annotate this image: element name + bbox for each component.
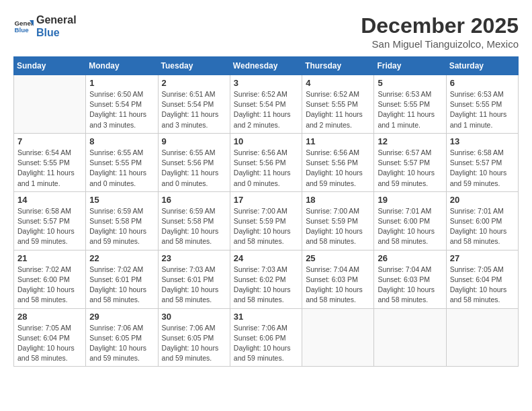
calendar-cell: 7Sunrise: 6:54 AMSunset: 5:55 PMDaylight… bbox=[14, 133, 86, 191]
calendar-cell: 6Sunrise: 6:53 AMSunset: 5:55 PMDaylight… bbox=[446, 75, 518, 134]
day-number: 2 bbox=[162, 78, 226, 88]
calendar-cell: 22Sunrise: 7:02 AMSunset: 6:01 PMDayligh… bbox=[86, 250, 158, 308]
header-row: Sunday Monday Tuesday Wednesday Thursday… bbox=[14, 57, 519, 75]
calendar-body: 1Sunrise: 6:50 AMSunset: 5:54 PMDaylight… bbox=[14, 75, 519, 367]
calendar-title: December 2025 bbox=[361, 13, 519, 38]
day-info: Sunrise: 6:51 AMSunset: 5:54 PMDaylight:… bbox=[162, 89, 226, 130]
header-wednesday: Wednesday bbox=[230, 57, 302, 75]
day-number: 20 bbox=[450, 195, 515, 205]
day-number: 24 bbox=[234, 253, 298, 263]
calendar-cell: 4Sunrise: 6:52 AMSunset: 5:55 PMDaylight… bbox=[302, 75, 374, 134]
day-number: 26 bbox=[378, 253, 442, 263]
day-info: Sunrise: 6:53 AMSunset: 5:55 PMDaylight:… bbox=[450, 89, 515, 130]
header-saturday: Saturday bbox=[446, 57, 518, 75]
calendar-cell: 26Sunrise: 7:04 AMSunset: 6:03 PMDayligh… bbox=[374, 250, 446, 308]
day-number: 17 bbox=[234, 195, 298, 205]
day-info: Sunrise: 7:03 AMSunset: 6:02 PMDaylight:… bbox=[234, 265, 298, 306]
day-number: 14 bbox=[17, 195, 82, 205]
calendar-cell: 13Sunrise: 6:58 AMSunset: 5:57 PMDayligh… bbox=[446, 133, 518, 191]
logo-line1: General bbox=[36, 13, 77, 26]
calendar-cell: 14Sunrise: 6:58 AMSunset: 5:57 PMDayligh… bbox=[14, 191, 86, 250]
day-info: Sunrise: 7:00 AMSunset: 5:59 PMDaylight:… bbox=[234, 206, 298, 247]
day-number: 7 bbox=[17, 136, 82, 146]
header-sunday: Sunday bbox=[14, 57, 86, 75]
day-number: 30 bbox=[162, 312, 226, 322]
day-info: Sunrise: 6:52 AMSunset: 5:54 PMDaylight:… bbox=[234, 89, 298, 130]
header-tuesday: Tuesday bbox=[158, 57, 230, 75]
calendar-week-1: 1Sunrise: 6:50 AMSunset: 5:54 PMDaylight… bbox=[14, 75, 519, 134]
calendar-week-2: 7Sunrise: 6:54 AMSunset: 5:55 PMDaylight… bbox=[14, 133, 519, 191]
calendar-week-4: 21Sunrise: 7:02 AMSunset: 6:00 PMDayligh… bbox=[14, 250, 519, 308]
day-info: Sunrise: 7:03 AMSunset: 6:01 PMDaylight:… bbox=[162, 265, 226, 306]
day-number: 31 bbox=[234, 312, 298, 322]
day-number: 25 bbox=[306, 253, 370, 263]
day-info: Sunrise: 6:59 AMSunset: 5:58 PMDaylight:… bbox=[89, 206, 154, 247]
day-number: 22 bbox=[89, 253, 154, 263]
calendar-cell: 12Sunrise: 6:57 AMSunset: 5:57 PMDayligh… bbox=[374, 133, 446, 191]
calendar-week-3: 14Sunrise: 6:58 AMSunset: 5:57 PMDayligh… bbox=[14, 191, 519, 250]
calendar-header: Sunday Monday Tuesday Wednesday Thursday… bbox=[14, 57, 519, 75]
day-info: Sunrise: 6:58 AMSunset: 5:57 PMDaylight:… bbox=[17, 206, 82, 247]
day-info: Sunrise: 6:50 AMSunset: 5:54 PMDaylight:… bbox=[89, 89, 154, 130]
calendar-cell: 16Sunrise: 6:59 AMSunset: 5:58 PMDayligh… bbox=[158, 191, 230, 250]
day-info: Sunrise: 7:05 AMSunset: 6:04 PMDaylight:… bbox=[450, 265, 515, 306]
calendar-subtitle: San Miguel Tianguizolco, Mexico bbox=[361, 38, 519, 50]
logo-icon: General Blue bbox=[13, 16, 34, 36]
calendar-cell bbox=[302, 308, 374, 367]
calendar-cell: 20Sunrise: 7:01 AMSunset: 6:00 PMDayligh… bbox=[446, 191, 518, 250]
day-info: Sunrise: 7:06 AMSunset: 6:05 PMDaylight:… bbox=[162, 323, 226, 364]
day-number: 10 bbox=[234, 136, 298, 146]
day-number: 18 bbox=[306, 195, 370, 205]
day-number: 13 bbox=[450, 136, 515, 146]
day-info: Sunrise: 7:01 AMSunset: 6:00 PMDaylight:… bbox=[450, 206, 515, 247]
day-number: 1 bbox=[89, 78, 154, 88]
day-info: Sunrise: 7:00 AMSunset: 5:59 PMDaylight:… bbox=[306, 206, 370, 247]
day-number: 9 bbox=[162, 136, 226, 146]
day-info: Sunrise: 7:04 AMSunset: 6:03 PMDaylight:… bbox=[378, 265, 442, 306]
calendar-cell: 11Sunrise: 6:56 AMSunset: 5:56 PMDayligh… bbox=[302, 133, 374, 191]
day-number: 23 bbox=[162, 253, 226, 263]
day-info: Sunrise: 6:56 AMSunset: 5:56 PMDaylight:… bbox=[306, 148, 370, 189]
day-info: Sunrise: 6:55 AMSunset: 5:56 PMDaylight:… bbox=[162, 148, 226, 189]
calendar-cell: 10Sunrise: 6:56 AMSunset: 5:56 PMDayligh… bbox=[230, 133, 302, 191]
calendar-cell: 27Sunrise: 7:05 AMSunset: 6:04 PMDayligh… bbox=[446, 250, 518, 308]
day-number: 4 bbox=[306, 78, 370, 88]
calendar-week-5: 28Sunrise: 7:05 AMSunset: 6:04 PMDayligh… bbox=[14, 308, 519, 367]
day-info: Sunrise: 6:57 AMSunset: 5:57 PMDaylight:… bbox=[378, 148, 442, 189]
header-friday: Friday bbox=[374, 57, 446, 75]
svg-text:Blue: Blue bbox=[15, 26, 30, 34]
day-number: 12 bbox=[378, 136, 442, 146]
calendar-cell bbox=[14, 75, 86, 134]
day-info: Sunrise: 6:55 AMSunset: 5:55 PMDaylight:… bbox=[89, 148, 154, 189]
calendar-cell: 29Sunrise: 7:06 AMSunset: 6:05 PMDayligh… bbox=[86, 308, 158, 367]
day-info: Sunrise: 6:56 AMSunset: 5:56 PMDaylight:… bbox=[234, 148, 298, 189]
calendar-cell: 2Sunrise: 6:51 AMSunset: 5:54 PMDaylight… bbox=[158, 75, 230, 134]
logo: General Blue General Blue bbox=[13, 13, 77, 39]
calendar-cell: 23Sunrise: 7:03 AMSunset: 6:01 PMDayligh… bbox=[158, 250, 230, 308]
calendar-cell bbox=[374, 308, 446, 367]
day-number: 15 bbox=[89, 195, 154, 205]
day-info: Sunrise: 6:54 AMSunset: 5:55 PMDaylight:… bbox=[17, 148, 82, 189]
day-info: Sunrise: 6:53 AMSunset: 5:55 PMDaylight:… bbox=[378, 89, 442, 130]
day-number: 6 bbox=[450, 78, 515, 88]
calendar-cell: 3Sunrise: 6:52 AMSunset: 5:54 PMDaylight… bbox=[230, 75, 302, 134]
calendar-cell: 24Sunrise: 7:03 AMSunset: 6:02 PMDayligh… bbox=[230, 250, 302, 308]
day-number: 16 bbox=[162, 195, 226, 205]
day-info: Sunrise: 6:58 AMSunset: 5:57 PMDaylight:… bbox=[450, 148, 515, 189]
day-info: Sunrise: 7:02 AMSunset: 6:00 PMDaylight:… bbox=[17, 265, 82, 306]
day-number: 21 bbox=[17, 253, 82, 263]
calendar-cell: 28Sunrise: 7:05 AMSunset: 6:04 PMDayligh… bbox=[14, 308, 86, 367]
day-info: Sunrise: 7:04 AMSunset: 6:03 PMDaylight:… bbox=[306, 265, 370, 306]
calendar-cell: 5Sunrise: 6:53 AMSunset: 5:55 PMDaylight… bbox=[374, 75, 446, 134]
day-info: Sunrise: 6:52 AMSunset: 5:55 PMDaylight:… bbox=[306, 89, 370, 130]
day-number: 29 bbox=[89, 312, 154, 322]
calendar-cell bbox=[446, 308, 518, 367]
day-info: Sunrise: 7:05 AMSunset: 6:04 PMDaylight:… bbox=[17, 323, 82, 364]
day-info: Sunrise: 6:59 AMSunset: 5:58 PMDaylight:… bbox=[162, 206, 226, 247]
day-info: Sunrise: 7:06 AMSunset: 6:05 PMDaylight:… bbox=[89, 323, 154, 364]
day-number: 27 bbox=[450, 253, 515, 263]
header-thursday: Thursday bbox=[302, 57, 374, 75]
calendar-cell: 9Sunrise: 6:55 AMSunset: 5:56 PMDaylight… bbox=[158, 133, 230, 191]
calendar-cell: 18Sunrise: 7:00 AMSunset: 5:59 PMDayligh… bbox=[302, 191, 374, 250]
title-block: December 2025 San Miguel Tianguizolco, M… bbox=[361, 13, 519, 50]
